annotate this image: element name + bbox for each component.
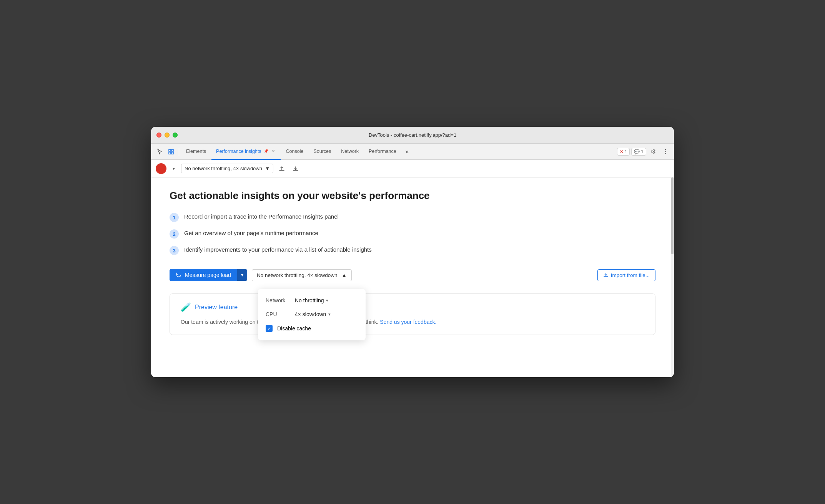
tab-network-label: Network — [341, 149, 359, 154]
step-2: 2 Get an overview of your page's runtime… — [170, 229, 655, 239]
messages-badge-button[interactable]: 💬 1 — [631, 148, 646, 156]
actions-row: Measure page load ▾ No network throttlin… — [170, 269, 655, 281]
cursor-icon-btn[interactable] — [154, 146, 165, 157]
record-button[interactable] — [156, 163, 166, 174]
svg-rect-1 — [171, 149, 173, 151]
close-button[interactable] — [156, 133, 161, 138]
message-icon: 💬 — [634, 149, 640, 154]
scrollbar-track[interactable] — [671, 177, 674, 377]
error-icon: ✕ — [620, 149, 624, 154]
upload-icon — [278, 165, 285, 172]
more-tabs-button[interactable]: » — [402, 146, 412, 157]
cursor-icon — [156, 149, 163, 155]
network-value-select[interactable]: No throttling ▾ — [295, 297, 328, 303]
preview-text: Our team is actively working on this fea… — [181, 318, 644, 326]
step-3: 3 Identify improvements to your performa… — [170, 245, 655, 255]
panel-throttle-label: No network throttling, 4× slowdown — [185, 166, 262, 171]
measure-btn-label: Measure page load — [185, 272, 231, 278]
inspect-icon — [168, 149, 174, 155]
more-options-button[interactable]: ⋮ — [660, 146, 671, 157]
preview-title: Preview feature — [195, 304, 238, 311]
step-1: 1 Record or import a trace into the Perf… — [170, 212, 655, 222]
upload-button[interactable] — [276, 163, 287, 174]
more-tabs-label: » — [405, 148, 409, 155]
tab-elements[interactable]: Elements — [181, 144, 211, 160]
feedback-link[interactable]: Send us your feedback. — [380, 319, 436, 325]
panel-toolbar: ▾ No network throttling, 4× slowdown ▼ — [151, 160, 674, 177]
tab-sources[interactable]: Sources — [309, 144, 336, 160]
panel-throttle-arrow: ▼ — [265, 166, 270, 171]
svg-rect-3 — [171, 152, 173, 154]
tab-sources-label: Sources — [313, 149, 331, 154]
tab-performance-insights[interactable]: Performance insights 📌 ✕ — [211, 144, 280, 160]
step-1-number: 1 — [170, 213, 179, 222]
measure-dropdown-arrow[interactable]: ▾ — [237, 269, 247, 281]
scrollbar-thumb[interactable] — [671, 177, 674, 254]
step-2-number: 2 — [170, 229, 179, 239]
throttle-dropdown-popup: Network No throttling ▾ CPU 4× slowdown … — [258, 289, 366, 340]
step-1-text: Record or import a trace into the Perfor… — [184, 212, 339, 221]
devtools-toolbar: Elements Performance insights 📌 ✕ Consol… — [151, 144, 674, 160]
svg-rect-0 — [169, 149, 171, 151]
settings-button[interactable]: ⚙ — [648, 146, 659, 157]
cpu-row: CPU 4× slowdown ▾ — [258, 307, 366, 321]
steps-list: 1 Record or import a trace into the Perf… — [170, 212, 655, 255]
preview-header: 🧪 Preview feature — [181, 302, 644, 312]
dots-icon: ⋮ — [662, 148, 669, 155]
inspect-icon-btn[interactable] — [166, 146, 176, 157]
main-heading: Get actionable insights on your website'… — [170, 190, 655, 202]
throttle-dropdown-label: No network throttling, 4× slowdown — [257, 272, 338, 278]
flask-icon: 🧪 — [181, 302, 191, 312]
tab-console[interactable]: Console — [281, 144, 308, 160]
refresh-icon — [176, 272, 182, 278]
download-button[interactable] — [290, 163, 301, 174]
record-dropdown-button[interactable]: ▾ — [170, 164, 178, 173]
panel-content: Get actionable insights on your website'… — [151, 177, 674, 377]
errors-badge-button[interactable]: ✕ 1 — [617, 148, 630, 156]
measure-page-load-button[interactable]: Measure page load — [170, 269, 237, 281]
tab-network[interactable]: Network — [336, 144, 363, 160]
disable-cache-checkbox[interactable]: ✓ — [266, 325, 273, 332]
measure-btn-group: Measure page load ▾ — [170, 269, 247, 281]
network-chevron: ▾ — [326, 298, 328, 303]
network-label: Network — [266, 297, 289, 303]
import-from-file-button[interactable]: Import from file... — [597, 269, 655, 281]
preview-card: 🧪 Preview feature Our team is actively w… — [170, 293, 655, 335]
devtools-window: DevTools - coffee-cart.netlify.app/?ad=1… — [151, 127, 674, 377]
cpu-value-select[interactable]: 4× slowdown ▾ — [295, 311, 331, 317]
import-icon — [603, 272, 609, 278]
panel-throttle-select[interactable]: No network throttling, 4× slowdown ▼ — [181, 164, 273, 173]
toolbar-divider — [179, 148, 179, 156]
gear-icon: ⚙ — [650, 148, 656, 155]
cpu-value: 4× slowdown — [295, 311, 326, 317]
throttle-dropdown-arrow: ▲ — [342, 272, 347, 278]
step-2-text: Get an overview of your page's runtime p… — [184, 229, 318, 238]
download-icon — [292, 165, 299, 172]
throttle-dropdown-button[interactable]: No network throttling, 4× slowdown ▲ — [252, 269, 352, 281]
network-value: No throttling — [295, 297, 324, 303]
titlebar: DevTools - coffee-cart.netlify.app/?ad=1 — [151, 127, 674, 144]
step-3-text: Identify improvements to your performanc… — [184, 245, 372, 254]
errors-count: 1 — [625, 149, 627, 154]
svg-rect-2 — [169, 152, 171, 154]
toolbar-right: ✕ 1 💬 1 ⚙ ⋮ — [617, 146, 671, 157]
tab-console-label: Console — [286, 149, 304, 154]
disable-cache-label: Disable cache — [277, 325, 311, 332]
traffic-lights — [156, 133, 178, 138]
tab-performance-insights-label: Performance insights — [216, 149, 261, 154]
network-row: Network No throttling ▾ — [258, 293, 366, 307]
minimize-button[interactable] — [165, 133, 170, 138]
pin-icon: 📌 — [264, 149, 268, 153]
tab-performance[interactable]: Performance — [364, 144, 401, 160]
tab-performance-label: Performance — [369, 149, 396, 154]
step-3-number: 3 — [170, 246, 179, 255]
import-btn-label: Import from file... — [611, 272, 650, 278]
disable-cache-row: ✓ Disable cache — [258, 321, 366, 336]
messages-count: 1 — [641, 149, 644, 154]
cpu-label: CPU — [266, 311, 289, 317]
maximize-button[interactable] — [173, 133, 178, 138]
window-title: DevTools - coffee-cart.netlify.app/?ad=1 — [369, 132, 456, 138]
tab-close-button[interactable]: ✕ — [271, 149, 276, 154]
tab-elements-label: Elements — [186, 149, 206, 154]
cpu-chevron: ▾ — [328, 312, 331, 317]
